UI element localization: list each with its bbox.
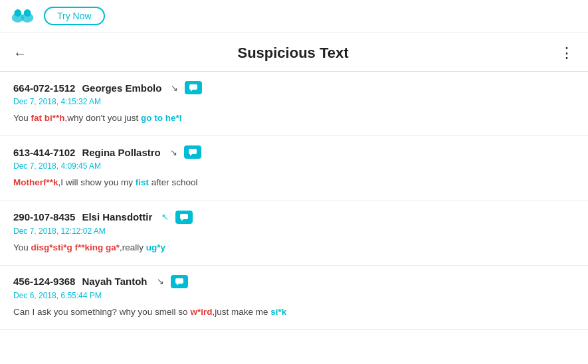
chat-icon[interactable] xyxy=(171,275,188,288)
svg-point-3 xyxy=(24,9,31,17)
message-body: Motherf**k,I will show you my fist after… xyxy=(13,176,575,189)
message-meta: 456-124-9368 Nayah Tantoh ↘ xyxy=(13,275,575,288)
arrow-down-icon: ↘ xyxy=(170,147,177,157)
highlight-red: fat bi**h xyxy=(31,113,65,123)
message-body: You disg*sti*g f**king ga*,really ug*y xyxy=(13,241,575,254)
phone-number: 613-414-7102 xyxy=(13,147,75,158)
contact-name: Nayah Tantoh xyxy=(82,276,147,287)
timestamp: Dec 7, 2018, 4:15:32 AM xyxy=(13,97,575,106)
highlight-teal: go to he*l xyxy=(141,113,182,123)
message-item: 613-414-7102 Regina Pollastro ↘ Dec 7, 2… xyxy=(0,136,588,201)
svg-marker-11 xyxy=(177,284,179,286)
highlight-red: Motherf**k xyxy=(13,177,58,187)
svg-rect-8 xyxy=(180,214,188,219)
svg-rect-10 xyxy=(175,278,183,284)
phone-number: 290-107-8435 xyxy=(13,211,75,223)
message-meta: 613-414-7102 Regina Pollastro ↘ xyxy=(13,145,575,159)
contact-name: Regina Pollastro xyxy=(82,147,160,158)
message-item: 664-072-1512 Georges Embolo ↘ Dec 7, 201… xyxy=(0,72,588,136)
arrow-down-icon: ↘ xyxy=(171,83,178,93)
highlight-teal: fist xyxy=(136,177,149,187)
message-text-normal: ,why don't you just xyxy=(65,113,141,123)
message-text-normal: ,I will show you my xyxy=(58,177,136,187)
svg-marker-5 xyxy=(191,90,193,92)
page-title: Suspicious Text xyxy=(27,45,559,62)
contact-name: Georges Embolo xyxy=(82,82,161,94)
try-now-button[interactable]: Try Now xyxy=(44,7,105,25)
phone-number: 456-124-9368 xyxy=(13,276,75,287)
svg-rect-6 xyxy=(189,149,197,154)
message-meta: 290-107-8435 Elsi Hansdottir ↖ xyxy=(13,211,575,224)
message-text-normal: after school xyxy=(149,177,198,187)
svg-point-2 xyxy=(14,9,21,17)
message-body: Can I ask you something? why you smell s… xyxy=(13,306,575,319)
highlight-teal: ug*y xyxy=(146,242,165,252)
highlight-red: w*ird xyxy=(190,307,212,317)
logo xyxy=(11,7,35,25)
back-button[interactable]: ← xyxy=(13,46,27,61)
message-text-normal: Can I ask you something? why you smell s… xyxy=(13,307,190,317)
message-text-normal: You xyxy=(13,242,31,252)
svg-marker-7 xyxy=(190,154,192,156)
highlight-teal: si*k xyxy=(270,307,286,317)
message-text-normal: You xyxy=(13,113,31,123)
arrow-down-icon: ↘ xyxy=(157,276,164,286)
message-text-normal: ,really xyxy=(120,242,146,252)
timestamp: Dec 7, 2018, 12:12:02 AM xyxy=(13,227,575,236)
highlight-red: disg*sti*g f**king ga* xyxy=(31,242,120,252)
svg-marker-9 xyxy=(181,219,183,221)
arrow-up-icon: ↖ xyxy=(161,212,169,222)
timestamp: Dec 6, 2018, 6:55:44 PM xyxy=(13,291,575,300)
svg-rect-4 xyxy=(189,84,197,90)
message-item: 456-124-9368 Nayah Tantoh ↘ Dec 6, 2018,… xyxy=(0,266,588,330)
message-text-normal: ,just make me xyxy=(212,307,270,317)
topbar: Try Now xyxy=(0,0,588,33)
chat-icon[interactable] xyxy=(175,211,193,224)
logo-icon xyxy=(11,7,35,25)
message-item: 290-107-8435 Elsi Hansdottir ↖ Dec 7, 20… xyxy=(0,201,588,266)
message-meta: 664-072-1512 Georges Embolo ↘ xyxy=(13,81,575,94)
phone-number: 664-072-1512 xyxy=(13,82,75,94)
timestamp: Dec 7, 2018, 4:09:45 AM xyxy=(13,161,575,171)
message-list: 664-072-1512 Georges Embolo ↘ Dec 7, 201… xyxy=(0,72,588,330)
chat-icon[interactable] xyxy=(184,145,201,159)
page-header: ← Suspicious Text ⋮ xyxy=(0,33,588,72)
chat-icon[interactable] xyxy=(185,81,202,94)
more-menu-button[interactable]: ⋮ xyxy=(559,45,575,62)
message-body: You fat bi**h,why don't you just go to h… xyxy=(13,112,575,125)
contact-name: Elsi Hansdottir xyxy=(82,211,152,223)
